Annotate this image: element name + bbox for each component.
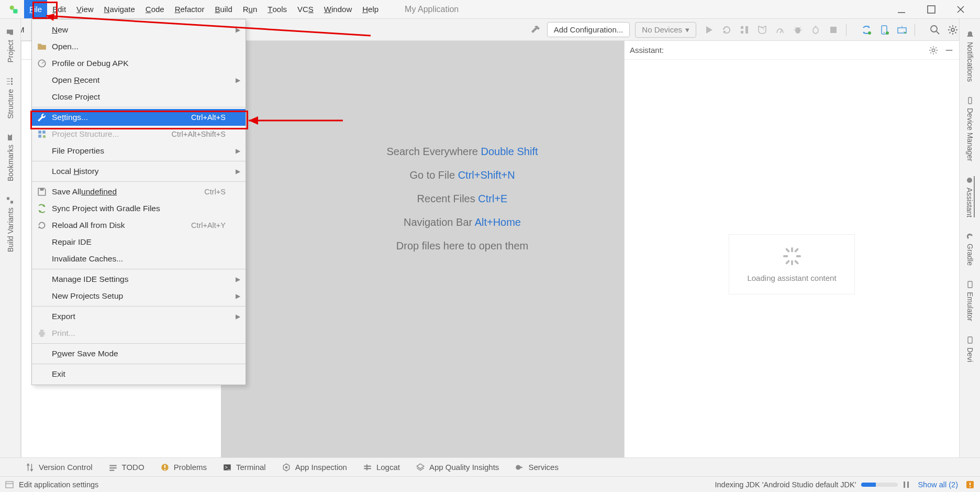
- right-rail-emulator[interactable]: Emulator: [966, 280, 974, 321]
- menu-refactor[interactable]: Refactor: [170, 0, 210, 18]
- file-menu-manage-ide-settings[interactable]: Manage IDE Settings▶: [32, 271, 246, 288]
- left-rail-project[interactable]: Project: [1, 28, 19, 63]
- tool-window-services[interactable]: Services: [515, 463, 559, 472]
- menu-run[interactable]: Run: [238, 0, 263, 18]
- rerun-icon[interactable]: [721, 25, 732, 35]
- sdk-manager-icon[interactable]: [897, 25, 907, 35]
- add-configuration-combo[interactable]: Add Configuration...: [547, 22, 630, 37]
- menubar: FileEditViewNavigateCodeRefactorBuildRun…: [0, 0, 980, 19]
- tool-icon: [363, 463, 372, 472]
- tool-window-version-control[interactable]: Version Control: [25, 463, 93, 472]
- menu-item-label: Close Project: [52, 92, 220, 102]
- file-menu-export[interactable]: Export▶: [32, 308, 246, 325]
- attach-debugger-icon[interactable]: [810, 25, 821, 35]
- print-icon: [37, 329, 47, 338]
- blank-icon: [37, 275, 47, 284]
- svg-rect-32: [7, 81, 10, 82]
- file-menu-local-history[interactable]: Local History▶: [32, 163, 246, 180]
- menu-edit[interactable]: Edit: [47, 0, 71, 18]
- svg-rect-1: [13, 9, 17, 13]
- file-menu-profile-or-debug-apk[interactable]: Profile or Debug APK: [32, 55, 246, 72]
- hammer-build-icon[interactable]: [530, 25, 541, 35]
- submenu-arrow-icon: ▶: [234, 147, 240, 155]
- menu-vcs[interactable]: VCS: [292, 0, 319, 18]
- right-rail-gradle[interactable]: Gradle: [966, 232, 974, 266]
- file-menu-open-recent[interactable]: Open Recent▶: [32, 72, 246, 89]
- show-all-link[interactable]: Show all (2): [918, 480, 958, 489]
- device-selector-combo[interactable]: No Devices ▾: [635, 22, 696, 38]
- menu-file[interactable]: File: [24, 0, 47, 18]
- stop-icon[interactable]: [828, 25, 839, 35]
- maximize-button[interactable]: [927, 5, 936, 14]
- pause-indexing-icon[interactable]: [903, 481, 909, 488]
- svg-line-15: [795, 27, 796, 28]
- svg-point-26: [951, 28, 954, 31]
- right-rail-devi[interactable]: Devi: [966, 336, 974, 362]
- menu-view[interactable]: View: [71, 0, 99, 18]
- pstruct-icon: [37, 129, 47, 139]
- tool-window-app-quality-insights[interactable]: App Quality Insights: [416, 463, 499, 472]
- tool-label: App Quality Insights: [429, 463, 499, 472]
- menu-code[interactable]: Code: [140, 0, 170, 18]
- file-menu-invalidate-caches[interactable]: Invalidate Caches...: [32, 250, 246, 267]
- close-button[interactable]: [956, 5, 965, 14]
- right-rail-assistant[interactable]: Assistant: [965, 176, 975, 217]
- debug-icon[interactable]: [793, 25, 803, 35]
- file-menu-file-properties[interactable]: File Properties▶: [32, 143, 246, 159]
- tool-window-problems[interactable]: Problems: [160, 463, 207, 472]
- sync-gradle-icon[interactable]: [861, 25, 872, 35]
- left-rail-build-variants[interactable]: Build Variants: [1, 196, 19, 252]
- right-rail-device-manager[interactable]: Device Manager: [966, 96, 974, 161]
- menu-navigate[interactable]: Navigate: [99, 0, 140, 18]
- menu-help[interactable]: Help: [357, 0, 384, 18]
- menu-build[interactable]: Build: [209, 0, 237, 18]
- menu-window[interactable]: Window: [319, 0, 357, 18]
- menu-item-label: Project Structure...: [52, 129, 166, 139]
- svg-point-71: [285, 466, 287, 468]
- run-icon[interactable]: [704, 25, 714, 35]
- profile-icon[interactable]: [775, 25, 785, 35]
- left-rail-bookmarks[interactable]: Bookmarks: [1, 133, 19, 181]
- assistant-settings-gear-icon[interactable]: [929, 46, 938, 55]
- status-warning-icon[interactable]: [965, 480, 975, 489]
- svg-rect-8: [741, 26, 743, 29]
- tool-window-logcat[interactable]: Logcat: [363, 463, 400, 472]
- tool-window-todo[interactable]: TODO: [108, 463, 144, 472]
- assistant-hide-icon[interactable]: [944, 46, 954, 55]
- tool-window-terminal[interactable]: >_Terminal: [222, 463, 266, 472]
- file-menu-close-project[interactable]: Close Project: [32, 89, 246, 105]
- right-rail-notifications[interactable]: Notifications: [966, 30, 974, 82]
- menu-tools[interactable]: Tools: [262, 0, 292, 18]
- step-over-icon[interactable]: [739, 25, 750, 35]
- tool-icon: [160, 463, 170, 472]
- window-icon[interactable]: [5, 480, 14, 489]
- svg-rect-58: [40, 334, 44, 337]
- tool-label: Version Control: [39, 463, 93, 472]
- assistant-loading-text: Loading assistant content: [747, 274, 836, 282]
- file-menu-repair-ide[interactable]: Repair IDE: [32, 234, 246, 250]
- search-icon[interactable]: [930, 25, 940, 35]
- avd-manager-icon[interactable]: [879, 25, 889, 35]
- file-menu-new-projects-setup[interactable]: New Projects Setup▶: [32, 288, 246, 304]
- editor-hint-line: Go to File Ctrl+Shift+N: [409, 169, 515, 181]
- coverage-icon[interactable]: [757, 25, 767, 35]
- svg-rect-46: [785, 248, 789, 253]
- file-menu-sync-project-with-gradle-files[interactable]: Sync Project with Gradle Files: [32, 200, 246, 217]
- svg-point-17: [813, 27, 818, 34]
- file-menu-open[interactable]: Open...: [32, 38, 246, 55]
- file-menu-exit[interactable]: Exit: [32, 366, 246, 382]
- rail-icon: [966, 336, 974, 344]
- file-menu-settings[interactable]: Settings...Ctrl+Alt+S: [32, 109, 246, 126]
- minimize-button[interactable]: [896, 4, 907, 15]
- left-rail-structure[interactable]: Structure: [1, 78, 19, 119]
- tool-window-app-inspection[interactable]: App Inspection: [282, 463, 347, 472]
- file-menu-new[interactable]: New▶: [32, 21, 246, 38]
- svg-rect-57: [40, 330, 44, 332]
- settings-gear-icon[interactable]: [948, 25, 958, 35]
- file-menu-print: Print...: [32, 325, 246, 342]
- menu-separator: [32, 181, 246, 182]
- file-menu-power-save-mode[interactable]: Power Save Mode: [32, 345, 246, 362]
- tool-label: Services: [528, 463, 559, 472]
- file-menu-save-all[interactable]: Save AllundefinedCtrl+S: [32, 183, 246, 200]
- file-menu-reload-all-from-disk[interactable]: Reload All from DiskCtrl+Alt+Y: [32, 217, 246, 234]
